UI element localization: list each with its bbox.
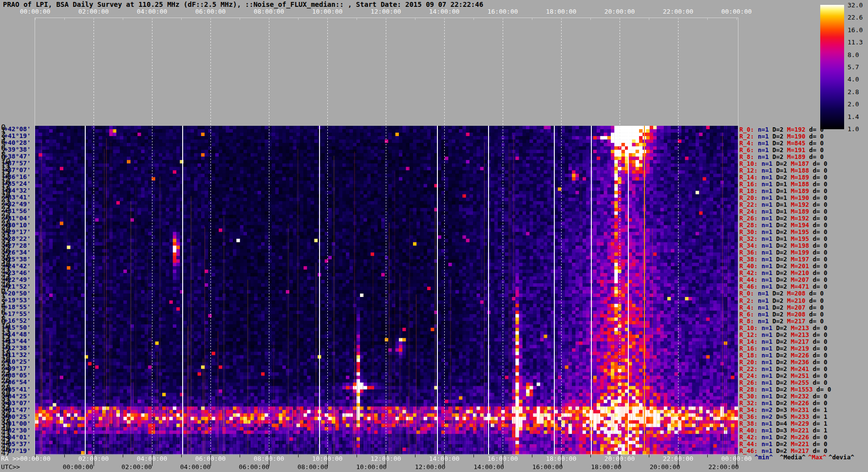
stat-beam-id: R_20:: [739, 194, 758, 201]
bsa-survey-screen: PRAO of LPI, BSA Daily Survey at 110.25 …: [0, 0, 868, 472]
bottom-utc-tick-label: 16:00:00: [532, 463, 563, 471]
bottom-utc-tick-label: 00:00:00: [63, 463, 94, 471]
bottom-ra-tick-label: 12:00:00: [371, 455, 401, 462]
stat-n: n=1: [758, 386, 773, 393]
beam-stat-row: R_2: n=1 D=2 M=190 d= 0: [739, 133, 824, 140]
stat-n: n=1: [754, 133, 769, 140]
beam-stat-row: R_4: n=1 D=2 M=207 d= 0: [739, 304, 824, 311]
stat-n: n=1: [758, 331, 773, 338]
beam-stat-row: R_34: n=2 D=3 M=231 d= 1: [739, 406, 828, 413]
stat-n: n=1: [758, 269, 773, 276]
stat-M: M=232: [787, 393, 809, 400]
stat-beam-id: R_22:: [739, 365, 758, 373]
colorbar-tick-label: 16.0: [848, 26, 863, 34]
stats-footer-min: ^min^: [755, 453, 773, 461]
stat-D: D=2: [773, 372, 787, 379]
bottom-ra-tick-label: 22:00:00: [663, 455, 694, 462]
colorbar-tick-label: 1.4: [848, 113, 859, 120]
stat-d: d= 0: [805, 139, 824, 147]
bottom-ra-tick-label: 02:00:00: [78, 455, 109, 462]
beam-stat-row: R_30: n=1 D=2 M=232 d= 0: [739, 393, 828, 400]
stat-d: d= 0: [809, 256, 828, 263]
stat-beam-id: R_12:: [739, 331, 758, 338]
stat-beam-id: R_30:: [739, 393, 758, 400]
beam-stat-row: R_22: n=1 D=1 M=192 d= 0: [739, 201, 828, 208]
beam-stat-row: R_20: n=1 D=1 M=190 d= 0: [739, 194, 828, 201]
stat-n: n=1: [758, 352, 773, 359]
beam-stat-row: R_24: n=1 D=1 M=189 d= 0: [739, 208, 828, 215]
stat-n: n=1: [758, 208, 773, 215]
stat-beam-id: R_8:: [739, 317, 754, 325]
stat-M: M=208: [783, 311, 805, 318]
stat-n: n=1: [758, 262, 773, 270]
stat-D: D=2: [769, 146, 783, 154]
beam-stat-row: R_26: n=1 D=2 M=192 d= 0: [739, 215, 828, 222]
stat-beam-id: R_40:: [739, 427, 758, 434]
beam-stat-row: R_12: n=1 D=1 M=188 d= 0: [739, 167, 828, 174]
stat-D: D=2: [773, 256, 787, 263]
stat-d: d= 0: [809, 331, 828, 338]
stat-n: n=1: [758, 194, 773, 201]
stat-M: M=217: [783, 317, 805, 325]
beam-stat-row: R_28: n=1 D=2 M=1553 d= 0: [739, 386, 831, 393]
stat-beam-id: R_36:: [739, 413, 758, 420]
stat-M: M=207: [787, 276, 809, 283]
top-ra-tick-label: 22:00:00: [663, 8, 694, 15]
stat-D: D=1: [773, 187, 787, 195]
bottom-utc-tick-label: 02:00:00: [121, 463, 152, 471]
stat-M: M=188: [787, 180, 809, 188]
stat-D: D=2: [773, 352, 787, 359]
stat-beam-id: R_18:: [739, 352, 758, 359]
stat-M: M=241: [787, 365, 809, 373]
colorbar-tick-label: 22.6: [848, 14, 863, 21]
dec-label: +17°55': [1, 310, 31, 317]
stat-M: M=190: [783, 133, 805, 140]
beam-stat-row: R_14: n=1 D=2 M=217 d= 0: [739, 338, 828, 345]
bottom-utc-tick-label: 20:00:00: [650, 463, 680, 471]
stat-n: n=1: [758, 440, 773, 448]
stat-d: d= 0: [809, 399, 828, 407]
stat-beam-id: R_4:: [739, 304, 754, 311]
beam-stat-row: R_16: n=1 D=1 M=188 d= 0: [739, 180, 828, 188]
stat-d: d= 0: [809, 338, 828, 345]
beam-stat-row: R_14: n=1 D=2 M=189 d= 0: [739, 174, 828, 181]
stat-d: d= 1: [809, 413, 828, 420]
stat-D: D=2: [773, 379, 787, 386]
stat-n: n=1: [758, 338, 773, 345]
stat-D: D=3: [773, 406, 787, 413]
stat-M: M=195: [787, 228, 809, 236]
stat-D: D=2: [769, 290, 783, 297]
stat-n: n=1: [754, 146, 769, 154]
beam-stat-row: R_6: n=1 D=2 M=208 d= 0: [739, 311, 824, 318]
top-ra-tick-label: 08:00:00: [254, 8, 284, 15]
beam-stat-row: R_46: n=1 D=2 M=471 d= 0: [739, 283, 828, 290]
beam-stat-row: R_30: n=1 D=2 M=195 d= 0: [739, 228, 828, 236]
stat-D: D=1: [773, 180, 787, 188]
stat-D: D=2: [773, 249, 787, 256]
stat-M: M=226: [787, 433, 809, 441]
stat-d: d= 0: [809, 160, 828, 167]
stat-M: M=217: [787, 338, 809, 345]
top-ra-tick-label: 00:00:00: [20, 8, 51, 15]
stat-M: M=231: [787, 406, 809, 413]
stat-D: D=2: [769, 153, 783, 160]
stat-n: n=1: [754, 297, 769, 304]
stat-beam-id: R_16:: [739, 345, 758, 352]
colorbar-tick-label: 4.0: [848, 76, 859, 83]
stat-n: n=1: [758, 345, 773, 352]
stat-n: n=1: [758, 420, 773, 427]
stat-n: n=1: [758, 160, 773, 167]
beam-stat-row: R_42: n=1 D=2 M=226 d= 0: [739, 433, 828, 441]
stat-n: n=1: [758, 228, 773, 236]
stat-d: d= 0: [809, 283, 828, 290]
stat-n: n=1: [758, 427, 773, 434]
beam-stat-row: R_44: n=1 D=2 M=207 d= 0: [739, 276, 828, 283]
colorbar-tick-label: 1.0: [848, 125, 859, 133]
stat-beam-id: R_34:: [739, 242, 758, 249]
stat-n: n=2: [758, 413, 773, 420]
beam-stat-row: R_42: n=1 D=2 M=210 d= 0: [739, 269, 828, 276]
stat-beam-id: R_20:: [739, 358, 758, 366]
stat-d: d= 0: [809, 372, 828, 379]
stat-M: M=191: [783, 146, 805, 154]
stat-D: D=4: [773, 420, 787, 427]
